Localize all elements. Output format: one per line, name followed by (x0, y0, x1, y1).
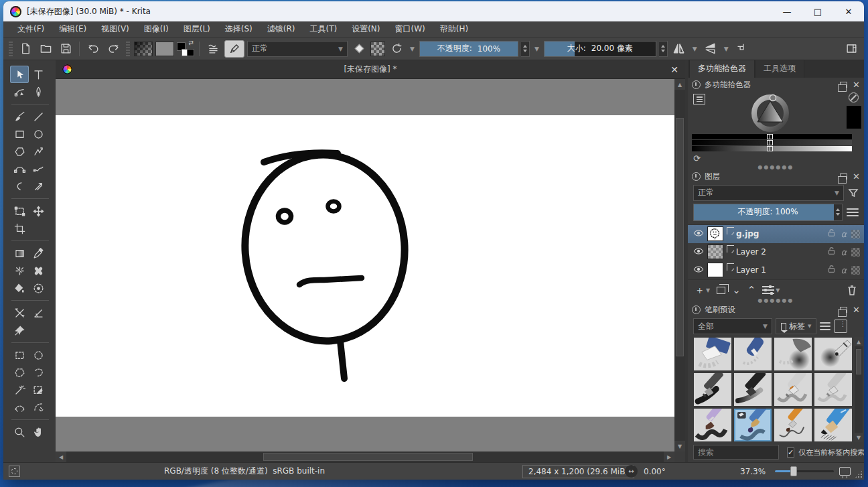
layer-lock-icon[interactable] (827, 228, 836, 239)
zoom-percentage[interactable]: 37.3% (740, 467, 766, 476)
visibility-eye-icon[interactable] (693, 246, 704, 259)
document-subwindow-titlebar[interactable]: [未保存图像] * ✕ (56, 60, 685, 79)
brush-preset-stylus-pencil[interactable] (693, 372, 732, 407)
brush-preset-block-eraser[interactable] (693, 337, 732, 371)
inherit-alpha-icon[interactable] (851, 230, 860, 238)
inherit-alpha-icon[interactable] (851, 248, 860, 257)
wrap-around-mode-button[interactable] (733, 40, 751, 58)
delete-layer-button[interactable] (847, 285, 857, 296)
scroll-down-button[interactable]: ▼ (855, 433, 863, 442)
enclose-and-fill-tool[interactable] (29, 279, 48, 297)
brush-presets-list-button[interactable] (204, 40, 222, 58)
polyline-tool[interactable] (29, 143, 48, 160)
search-in-tag-checkbox[interactable]: ✓ (787, 447, 794, 458)
update-color-icon[interactable]: ⟳ (693, 153, 701, 163)
smart-patch-tool[interactable] (29, 262, 48, 279)
open-document-button[interactable] (37, 40, 54, 58)
eraser-mode-button[interactable] (350, 40, 368, 58)
vertical-mirror-button[interactable] (702, 40, 719, 58)
layer-row-layer-2[interactable]: Layer 2 α (688, 243, 864, 261)
opacity-spinner[interactable] (521, 41, 530, 57)
dynamic-brush-tool[interactable] (10, 178, 29, 195)
brush-preset-colored-pencil-blue[interactable] (814, 408, 853, 442)
layer-blend-mode-dropdown[interactable]: 正常 ▼ (693, 185, 844, 201)
menu-filter[interactable]: 滤镜(R) (260, 21, 303, 37)
menu-file[interactable]: 文件(F) (10, 21, 52, 37)
save-button[interactable] (57, 40, 74, 58)
menu-settings[interactable]: 设置(N) (344, 21, 387, 37)
docker-resize-handle[interactable]: ●●●●●● (688, 298, 864, 303)
transform-tool[interactable] (10, 202, 29, 220)
alpha-lock-icon[interactable]: α (841, 229, 847, 239)
lock-icon[interactable] (692, 305, 701, 314)
selection-display-icon[interactable] (9, 466, 20, 477)
tab-tool-options[interactable]: 工具选项 (755, 60, 804, 78)
opacity-slider[interactable]: 不透明度: 100% (419, 41, 518, 57)
layer-options-menu-icon[interactable] (847, 208, 859, 216)
menu-view[interactable]: 视图(V) (94, 21, 137, 37)
menu-window[interactable]: 窗口(W) (388, 21, 433, 37)
tab-advanced-color-selector[interactable]: 多功能拾色器 (689, 60, 755, 78)
close-docker-icon[interactable]: ✕ (853, 172, 860, 181)
swap-colors-icon[interactable]: ⇄ (188, 40, 194, 46)
brush-preset-charcoal-pencil[interactable] (733, 372, 772, 407)
undo-button[interactable] (84, 40, 102, 58)
layer-filter-button[interactable] (848, 188, 859, 198)
freehand-selection-tool[interactable] (29, 364, 48, 381)
brush-preset-ink-pen[interactable] (814, 337, 853, 371)
lock-icon[interactable] (692, 80, 701, 89)
close-button[interactable]: ✕ (833, 1, 864, 21)
vertical-scrollbar[interactable]: ▲ ▼ (674, 79, 685, 451)
rectangle-tool[interactable] (10, 125, 29, 143)
blend-mode-dropdown[interactable]: 正常 ▼ (247, 41, 348, 57)
brush-scrollbar-thumb[interactable] (856, 349, 861, 374)
brush-editor-button[interactable] (224, 40, 244, 58)
inherit-alpha-icon[interactable] (851, 266, 860, 275)
color-sampler-tool[interactable] (29, 245, 48, 262)
horizontal-scrollbar-thumb[interactable] (263, 453, 472, 461)
reload-preset-button[interactable] (388, 40, 405, 58)
chevron-down-icon[interactable]: ▼ (722, 46, 731, 52)
float-docker-icon[interactable] (840, 307, 847, 313)
menu-tools[interactable]: 工具(T) (302, 21, 344, 37)
zoom-slider[interactable] (775, 466, 834, 478)
brush-size-slider[interactable]: 大小: 20.00 像素 (544, 41, 656, 57)
brush-search-input[interactable] (693, 445, 779, 460)
close-docker-icon[interactable]: ✕ (853, 305, 860, 314)
brush-preset-silver-pen[interactable] (774, 372, 812, 407)
brush-preset-detail-brush[interactable] (774, 408, 812, 442)
docker-resize-handle[interactable]: ●●●●●● (688, 164, 864, 169)
redo-button[interactable] (104, 40, 122, 58)
document-close-button[interactable]: ✕ (670, 64, 678, 75)
edit-shapes-tool[interactable] (10, 83, 29, 100)
vertical-scrollbar-thumb[interactable] (676, 118, 684, 356)
crop-tool[interactable] (10, 220, 29, 237)
menu-help[interactable]: 帮助(H) (433, 21, 476, 37)
add-layer-button[interactable]: ＋▼ (695, 284, 710, 297)
canvas-paper[interactable] (56, 115, 674, 417)
foreground-background-colors[interactable]: ⇄ (177, 41, 194, 57)
freehand-path-tool[interactable] (29, 160, 48, 178)
size-spinner[interactable] (659, 41, 668, 57)
assistants-tool[interactable] (10, 304, 29, 322)
shade-selector-settings-button[interactable] (693, 94, 705, 105)
workspace-chooser-button[interactable] (843, 40, 860, 58)
rectangular-selection-tool[interactable] (10, 346, 29, 364)
magnetic-selection-tool[interactable] (29, 399, 48, 416)
resize-grip[interactable] (855, 470, 863, 478)
scroll-left-button[interactable]: ◀ (56, 451, 66, 462)
brush-grid-scrollbar[interactable]: ▲ ▼ (855, 337, 863, 442)
no-color-icon[interactable] (849, 92, 859, 102)
visibility-eye-icon[interactable] (693, 228, 704, 240)
layer-opacity-slider[interactable]: 不透明度: 100% (693, 204, 843, 221)
minimize-button[interactable]: — (772, 1, 802, 21)
visibility-eye-icon[interactable] (693, 264, 704, 277)
preserve-alpha-button[interactable] (370, 42, 385, 56)
polygon-tool[interactable] (10, 143, 29, 160)
zoom-slider-handle[interactable] (790, 466, 797, 476)
menu-edit[interactable]: 编辑(E) (52, 21, 94, 37)
brush-preset-basic-round[interactable] (733, 408, 772, 442)
move-tool[interactable] (29, 202, 48, 220)
similar-color-selection-tool[interactable] (10, 381, 29, 399)
scroll-down-button[interactable]: ▼ (674, 441, 685, 451)
